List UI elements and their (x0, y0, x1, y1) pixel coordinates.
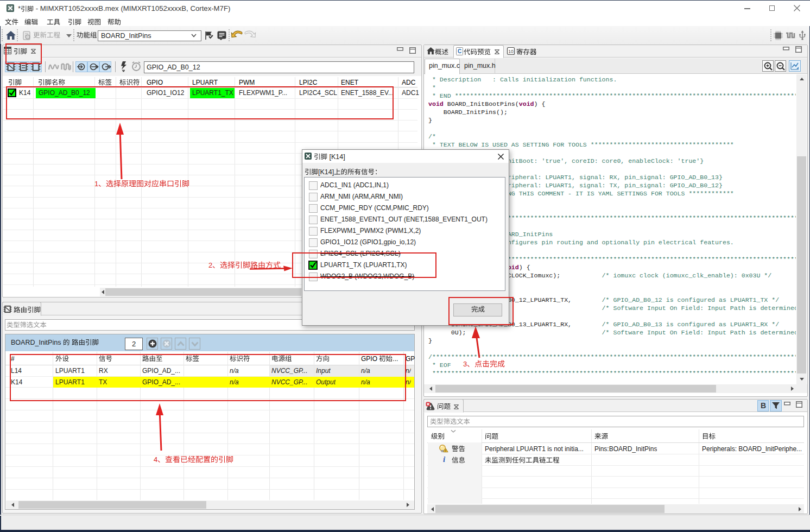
svg-text:i: i (443, 455, 446, 464)
svg-text:10: 10 (508, 49, 514, 54)
svg-text:C: C (458, 48, 461, 54)
